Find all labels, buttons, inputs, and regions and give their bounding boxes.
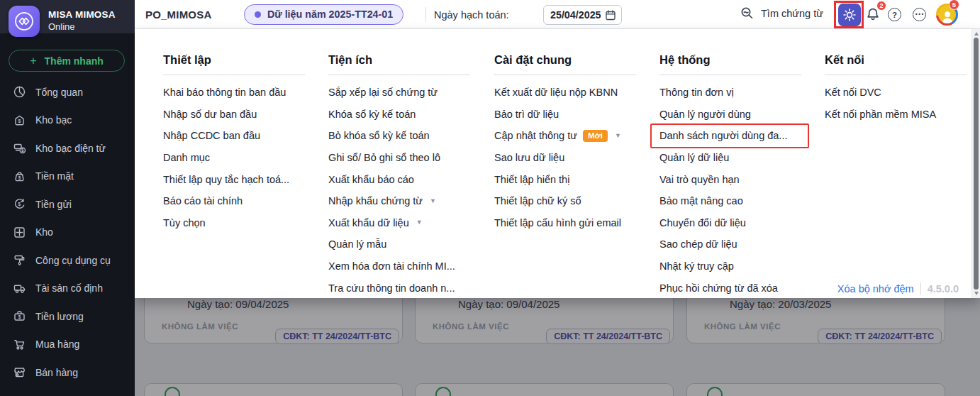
menu-item-label: Quản lý dữ liệu [659,152,729,163]
menu-item[interactable]: Sao chép dữ liệu [659,233,801,255]
menu-item-label: Tùy chọn [163,217,206,229]
menu-item-label: Danh mục [163,152,210,163]
sidebar-item-tong-quan[interactable]: Tổng quan [0,78,135,106]
pie-chart-icon [13,85,26,99]
quick-add-label: Thêm nhanh [45,55,104,67]
asset-truck-icon [13,282,26,295]
menu-item[interactable]: Quản lý người dùng [659,104,801,126]
sidebar-item-tai-san-co-dinh[interactable]: Tài sản cố định [0,275,135,303]
menu-footer: Xóa bộ nhớ đệm 4.5.0.0 [837,282,959,295]
menu-item[interactable]: Ghi sổ/ Bỏ ghi sổ theo lô [328,147,470,169]
menu-column-title: Thiết lập [163,53,305,67]
calendar-icon[interactable] [605,9,616,21]
treasury-house-icon: $ [13,114,26,127]
divider [659,75,801,75]
divider [920,282,921,295]
dataset-status-dot-icon [255,11,261,18]
menu-item-label: Xuất khẩu dữ liệu [328,217,409,229]
menu-item[interactable]: Nhập số dư ban đầu [163,104,305,126]
dataset-pill[interactable]: Dữ liệu năm 2025-TT24-01 [244,4,403,25]
menu-item[interactable]: Nhập CCDC ban đầu [163,125,305,147]
sidebar-item-kho-bac-dien-tu[interactable]: $ Kho bạc điện tử [0,134,135,163]
menu-item[interactable]: Khai báo thông tin ban đầu [163,82,305,104]
scroll-up-arrow-icon[interactable] [974,32,979,35]
posting-date-value: 25/04/2025 [550,9,601,21]
sidebar-item-label: Tổng quan [35,87,83,98]
menu-item-label: Báo cáo tài chính [163,195,243,207]
sidebar-item-kho-bac[interactable]: $ Kho bạc [0,106,135,135]
svg-text:$: $ [21,148,24,153]
menu-item[interactable]: Xem hóa đơn tài chính MI... [328,255,470,277]
sidebar-item-ban-hang[interactable]: Bán hàng [0,358,135,387]
menu-item[interactable]: Thiết lập chữ ký số [494,190,636,212]
menu-item[interactable]: Nhập khẩu chứng từ [328,190,470,212]
settings-gear-button[interactable] [838,4,861,26]
menu-item[interactable]: Bỏ khóa sổ kỳ kế toán [328,125,470,147]
clear-cache-link[interactable]: Xóa bộ nhớ đệm [837,283,914,295]
menu-item[interactable]: Nhật ký truy cập [659,255,801,277]
menu-item[interactable]: Kết xuất dữ liệu nộp KBNN [494,82,636,104]
notification-count-badge: 2 [876,1,886,11]
menu-item[interactable]: Kết nối phần mềm MISA [825,104,967,126]
menu-item[interactable]: Báo cáo tài chính [163,190,305,212]
menu-item-label: Kết nối phần mềm MISA [825,109,936,120]
sidebar-item-label: Kho bạc [35,114,72,126]
sidebar-item-tien-luong[interactable]: $ Tiền lương [0,302,135,331]
menu-item[interactable]: Bảo trì dữ liệu [494,104,636,126]
menu-item-label: Quản lý người dùng [659,109,751,120]
menu-item[interactable]: Bảo mật nâng cao [659,190,801,212]
menu-item[interactable]: Thông tin đơn vị [659,82,801,104]
e-treasury-icon: $ [13,141,26,155]
menu-item[interactable]: Tùy chọn [163,212,305,234]
topbar-divider [425,7,426,22]
help-button[interactable] [888,8,901,21]
sidebar-item-label: Tiền gửi [35,199,72,210]
menu-item[interactable]: Kết nối DVC [825,82,967,104]
menu-item[interactable]: Quản lý dữ liệu [659,147,801,169]
sales-store-icon [13,365,26,379]
menu-item[interactable]: Phục hồi chứng từ đã xóa [659,277,801,299]
menu-item-label: Thiết lập chữ ký số [494,195,581,207]
sidebar-item-tien-gui[interactable]: $ Tiền gửi [0,190,135,219]
sidebar-item-partial[interactable] [0,387,135,396]
profile-count-badge: 5 [949,0,959,10]
sidebar-item-cong-cu-dung-cu[interactable]: Công cụ dụng cụ [0,246,135,275]
menu-item[interactable]: Khóa sổ kỳ kế toán [328,104,470,126]
menu-item-label: Khóa sổ kỳ kế toán [328,109,416,120]
menu-item[interactable]: Thiết lập hiển thị [494,168,636,190]
menu-item[interactable]: Danh mục [163,147,305,169]
menu-item[interactable]: Vai trò quyền hạn [659,168,801,190]
more-options-button[interactable] [913,8,926,21]
menu-item-label: Thiết lập cấu hình gửi email [494,217,621,229]
menu-item[interactable]: Quản lý mẫu [328,233,470,255]
menu-item-label: Chuyển đổi dữ liệu [659,217,746,229]
sidebar-nav: Tổng quan $ Kho bạc $ Kho bạc điện tử $ … [0,78,135,396]
sidebar-item-label: Tài sản cố định [35,282,103,294]
menu-item[interactable]: Sắp xếp lại số chứng từ [328,82,470,104]
menu-item[interactable]: Thiết lập cấu hình gửi email [494,212,636,234]
menu-item[interactable]: Chuyển đổi dữ liệu [659,212,801,234]
menu-item[interactable]: Thiết lập quy tắc hạch toá... [163,168,305,190]
menu-item-label: Nhập khẩu chứng từ [328,195,423,207]
posting-date-input[interactable]: 25/04/2025 [543,5,622,25]
sidebar-item-mua-hang[interactable]: Mua hàng [0,331,135,359]
sidebar-item-kho[interactable]: Kho [0,219,135,247]
menu-item[interactable]: Sao lưu dữ liệu [494,147,636,169]
menu-item[interactable]: Xuất khẩu dữ liệu [328,212,470,234]
sidebar: MISA MIMOSA Online Thêm nhanh Tổng quan … [0,0,135,396]
scrollbar[interactable] [971,29,980,298]
new-badge: Mới [583,130,608,142]
scroll-down-arrow-icon[interactable] [974,292,979,295]
search-documents[interactable]: Tìm chứng từ [740,6,823,20]
menu-item[interactable]: Tra cứu thông tin doanh n... [328,277,470,299]
menu-item-label: Kết nối DVC [825,87,881,98]
sidebar-item-tien-mat[interactable]: $ Tiền mặt [0,163,135,191]
menu-item[interactable]: Cập nhật thông tưMới [494,125,636,147]
menu-item-highlighted[interactable]: Danh sách người dùng đa... [659,125,801,147]
scrollbar-thumb[interactable] [974,38,979,290]
company-name: PO_MIMOSA [145,9,211,21]
menu-item-label: Thông tin đơn vị [659,87,734,98]
menu-item[interactable]: Xuất khẩu báo cáo [328,168,470,190]
sidebar-item-label: Tiền mặt [35,170,74,182]
quick-add-button[interactable]: Thêm nhanh [9,50,125,72]
